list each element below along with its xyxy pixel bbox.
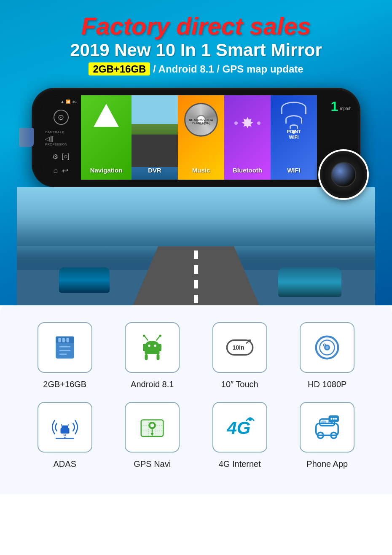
top-section: Factory direct sales 2019 New 10 In 1 Sm…	[0, 0, 392, 305]
camera-lens	[331, 162, 356, 187]
feature-touch: 10in 10″ Touch	[200, 322, 279, 389]
svg-point-16	[148, 345, 150, 347]
music-subtitle: PLANET [5G]	[189, 121, 213, 124]
smart-mirror-title: 2019 New 10 In 1 Smart Mirror	[17, 40, 375, 61]
svg-rect-12	[143, 344, 146, 351]
svg-line-8	[145, 337, 148, 340]
rear-camera	[318, 149, 369, 200]
svg-point-17	[154, 345, 156, 347]
hd-camera-icon	[312, 333, 342, 362]
storage-icon-box	[38, 322, 92, 373]
speed-unit: mph/h	[340, 106, 351, 111]
feature-camera: HD 1080P	[288, 322, 367, 389]
gps-icon	[137, 412, 167, 442]
svg-point-53	[331, 418, 333, 420]
features-section: 2GB+16GB	[0, 301, 392, 494]
feature-android: Android 8.1	[113, 322, 192, 389]
sd-card-slot	[19, 128, 34, 147]
bluetooth-tile[interactable]: ✸ Bluetooth	[224, 95, 271, 180]
mirror-screen: ▲ 📶 4G ⊙ CAMERA LE ◁||| PROFESSION	[41, 95, 351, 180]
features-grid: 2GB+16GB	[25, 322, 367, 469]
navigation-tile[interactable]: Navigation	[81, 95, 132, 180]
subtitle-text: / Android 8.1 / GPS map update	[153, 63, 303, 75]
touch-icon: 10in	[225, 333, 255, 362]
feature-storage: 2GB+16GB	[25, 322, 105, 389]
touch-icon-box: 10in	[212, 322, 267, 373]
speed-block: 1 ↑ mph/h	[330, 100, 351, 113]
phone-label: Phone App	[306, 459, 348, 469]
dvr-road-scene	[132, 95, 178, 167]
svg-point-55	[335, 418, 337, 420]
4g-indicator: 4G	[72, 100, 77, 104]
bt-dot-left	[234, 121, 238, 125]
music-label: Music	[192, 167, 210, 174]
car-left	[59, 267, 110, 293]
music-artist: NE MARS VOLTA	[189, 119, 213, 121]
road-center-lines	[194, 251, 198, 305]
factory-title: Factory direct sales	[17, 13, 375, 40]
svg-point-11	[159, 335, 161, 337]
point-wifi-text: POINTWIFI	[287, 129, 301, 140]
camera-label-text: HD 1080P	[308, 380, 346, 389]
camera-symbol: ⊙	[58, 113, 64, 122]
touch-label: 10″ Touch	[221, 380, 258, 389]
phone-icon-box	[300, 402, 354, 453]
svg-point-54	[333, 418, 335, 420]
phone-app-icon	[312, 412, 342, 442]
gps-label: GPS Navi	[134, 459, 171, 469]
feature-4g: 4G 4G Internet	[200, 402, 279, 469]
android-icon-box	[125, 322, 180, 373]
subtitle-line: 2GB+16GB / Android 8.1 / GPS map update	[17, 63, 375, 75]
4g-icon-box: 4G	[212, 402, 267, 453]
svg-text:10in: 10in	[232, 344, 244, 351]
wifi-status-icon: ▲	[60, 100, 64, 104]
wifi-arc-small	[290, 124, 298, 129]
signal-icon: 📶	[66, 100, 70, 104]
wifi-arc-large	[281, 102, 306, 114]
4g-icon: 4G	[225, 412, 255, 442]
sdcard-icon	[50, 333, 80, 362]
svg-point-26	[326, 346, 329, 349]
mirror-device: ▲ 📶 4G ⊙ CAMERA LE ◁||| PROFESSION	[32, 88, 360, 187]
feature-gps: GPS Navi	[113, 402, 192, 469]
wifi-label: WIFI	[287, 167, 301, 174]
svg-point-9	[143, 335, 145, 337]
svg-rect-4	[66, 338, 69, 342]
speed-unit-block: ↑ mph/h	[340, 100, 351, 111]
car-right	[278, 267, 341, 297]
svg-rect-13	[158, 344, 161, 351]
svg-rect-14	[145, 354, 148, 360]
mirror-left-panel: ▲ 📶 4G ⊙ CAMERA LE ◁||| PROFESSION	[41, 95, 81, 180]
music-text: NE MARS VOLTA PLANET [5G]	[189, 119, 213, 124]
svg-rect-33	[62, 426, 68, 430]
svg-line-10	[157, 337, 160, 340]
music-tile[interactable]: NE MARS VOLTA PLANET [5G] Music	[178, 95, 224, 180]
gps-icon-box	[125, 402, 180, 453]
gear-icon: ⚙	[52, 153, 58, 161]
wifi-tile[interactable]: POINTWIFI WIFI	[271, 95, 317, 180]
wifi-arc-medium	[285, 115, 302, 124]
dvr-tile[interactable]: DVR	[132, 95, 178, 180]
4g-label: 4G Internet	[219, 459, 261, 469]
speed-display: 1	[330, 100, 338, 113]
android-label: Android 8.1	[131, 380, 174, 389]
speed-arrow-up: ↑	[349, 100, 351, 106]
feature-adas: ADAS	[25, 402, 105, 469]
road-scene	[17, 187, 375, 305]
svg-point-40	[150, 423, 154, 427]
android-icon	[137, 333, 167, 362]
bluetooth-label: Bluetooth	[233, 167, 262, 174]
nav-arrow-icon	[94, 104, 119, 127]
svg-rect-49	[321, 420, 326, 424]
storage-label: 2GB+16GB	[43, 380, 86, 389]
mirror-container: ▲ 📶 4G ⊙ CAMERA LE ◁||| PROFESSION	[32, 88, 360, 187]
navigation-label: Navigation	[90, 167, 123, 174]
bt-dot-right	[257, 121, 260, 125]
adas-label: ADAS	[54, 459, 76, 469]
adas-icon	[50, 412, 80, 442]
bluetooth-symbol: ✸	[241, 114, 254, 132]
gb-badge: 2GB+16GB	[89, 62, 150, 75]
camera-icon-circle: ⊙	[54, 110, 69, 125]
dvr-label: DVR	[148, 167, 161, 174]
bt-dots: ✸	[234, 114, 260, 132]
